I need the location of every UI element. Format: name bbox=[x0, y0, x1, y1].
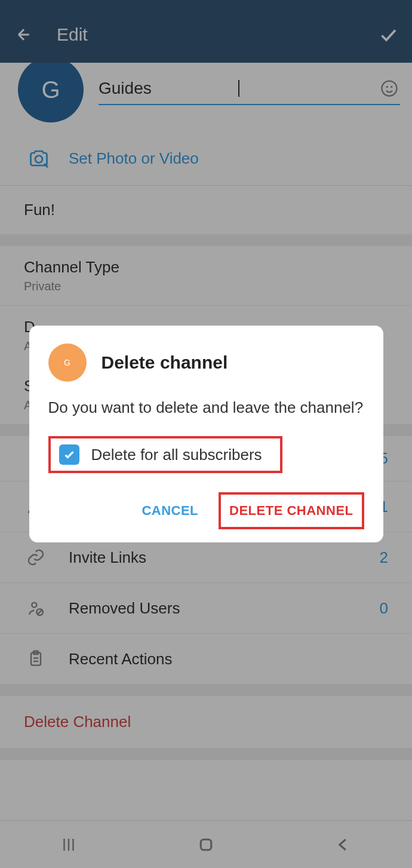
delete-channel-dialog: G Delete channel Do you want to delete a… bbox=[29, 326, 383, 542]
delete-for-all-checkbox-row[interactable]: Delete for all subscribers bbox=[48, 436, 282, 473]
dialog-header: G Delete channel bbox=[48, 343, 364, 382]
modal-overlay[interactable]: G Delete channel Do you want to delete a… bbox=[0, 0, 412, 868]
checkbox-label: Delete for all subscribers bbox=[91, 446, 262, 464]
delete-channel-button[interactable]: DELETE CHANNEL bbox=[219, 492, 364, 529]
checkbox-checked-icon bbox=[59, 444, 79, 465]
dialog-message: Do you want to delete and leave the chan… bbox=[48, 397, 364, 418]
cancel-button[interactable]: CANCEL bbox=[134, 495, 205, 527]
dialog-title: Delete channel bbox=[102, 352, 228, 373]
dialog-actions: CANCEL DELETE CHANNEL bbox=[48, 492, 364, 529]
dialog-avatar: G bbox=[48, 343, 87, 382]
